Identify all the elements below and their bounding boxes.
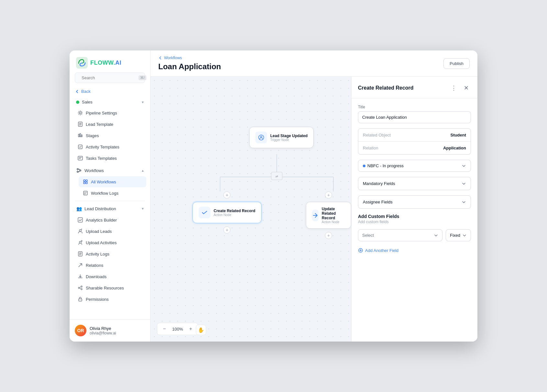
user-email: olivia@floww.ai	[90, 331, 116, 335]
update-node-add-top[interactable]: +	[325, 191, 332, 199]
breadcrumb-back-icon	[158, 56, 162, 60]
sidebar-item-stages[interactable]: Stages	[73, 130, 146, 141]
all-workflows-icon	[83, 179, 88, 185]
sidebar-section-sales: Sales ▾ Pipeline Settings Lead Template	[70, 97, 150, 199]
lead-distribution-icon: 👥	[76, 206, 82, 212]
sidebar-item-relations[interactable]: Relations	[73, 260, 146, 271]
header-left: Workflows Loan Application	[158, 56, 221, 71]
sidebar: FLOWW.AI ⌘/ Back Sales	[70, 50, 151, 342]
lead-distribution-chevron-icon: ▾	[142, 206, 144, 211]
sidebar-item-upload-leads[interactable]: Upload Leads	[73, 226, 146, 237]
sidebar-item-activity-templates[interactable]: Activity Templates	[73, 141, 146, 152]
title-field-label: Title	[358, 105, 471, 109]
zoom-level: 100%	[171, 327, 184, 332]
add-another-field-button[interactable]: Add Another Field	[358, 246, 471, 254]
sidebar-item-upload-activities[interactable]: Upload Activities	[73, 237, 146, 248]
trigger-node-title: Lead Stage Updated	[270, 134, 307, 138]
custom-field-select[interactable]: Select	[358, 229, 442, 241]
create-related-node[interactable]: + Create Related Record Action Node +	[193, 191, 262, 234]
svg-point-29	[261, 136, 262, 138]
trigger-node-box: Lead Stage Updated Trigger Node	[249, 127, 314, 148]
canvas-content: ⇌ Lead Stage Updated Trigger Node	[151, 77, 351, 342]
related-object-label: Related Object	[363, 133, 391, 137]
page-title: Loan Application	[158, 62, 221, 71]
create-node-add-bottom[interactable]: +	[223, 226, 230, 234]
create-related-node-box[interactable]: Create Related Record Action Node	[193, 202, 262, 223]
create-related-node-icon	[199, 207, 210, 218]
activity-templates-icon	[77, 144, 83, 150]
svg-rect-12	[86, 182, 87, 184]
svg-point-20	[81, 289, 82, 290]
assignee-fields-chevron-icon	[462, 200, 466, 204]
panel-body: Title Related Object Student Relation Ap…	[352, 98, 477, 261]
update-node-add-bottom[interactable]: +	[325, 232, 332, 239]
search-input[interactable]	[82, 75, 136, 80]
sidebar-item-tasks-templates[interactable]: Tasks Templates	[73, 153, 146, 164]
fixed-field-select[interactable]: Fixed	[446, 229, 471, 241]
logo-text: FLOWW.AI	[90, 60, 121, 66]
update-related-node-title: Update Related Record	[322, 207, 345, 220]
sidebar-divider	[75, 201, 145, 201]
svg-rect-14	[78, 218, 83, 222]
publish-button[interactable]: Publish	[443, 58, 470, 69]
panel-actions: ⋮ ✕	[449, 83, 471, 93]
title-input[interactable]	[358, 111, 471, 123]
status-dropdown-value: NBFC - In progress	[367, 163, 404, 168]
mandatory-fields-section: Mandatory Fields	[358, 177, 471, 190]
sidebar-item-lead-template[interactable]: Lead Template	[73, 119, 146, 130]
hand-tool-button[interactable]: ✋	[196, 325, 206, 335]
workflow-canvas[interactable]: ⇌ Lead Stage Updated Trigger Node	[151, 77, 351, 342]
create-related-node-title: Create Related Record	[214, 209, 255, 213]
panel-close-button[interactable]: ✕	[461, 83, 471, 93]
related-object-value: Student	[451, 133, 466, 137]
select-placeholder: Select	[362, 233, 374, 238]
svg-rect-11	[84, 182, 85, 184]
zoom-in-button[interactable]: +	[187, 325, 195, 333]
analytics-builder-icon	[77, 217, 83, 223]
mandatory-fields-header[interactable]: Mandatory Fields	[358, 177, 471, 190]
breadcrumb-link[interactable]: Workflows	[164, 56, 182, 60]
workflows-group-header[interactable]: Workflows ▴	[73, 165, 146, 176]
sidebar-item-sharable-resources[interactable]: Sharable Resources	[73, 282, 146, 293]
pipeline-settings-icon	[77, 110, 83, 116]
select-chevron-icon	[434, 233, 438, 238]
update-related-node[interactable]: + Update Related Record Action Node +	[306, 191, 351, 239]
sidebar-item-all-workflows[interactable]: All Workflows	[79, 176, 146, 187]
upload-leads-icon	[77, 228, 83, 234]
panel-title: Create Related Record	[358, 85, 414, 91]
update-related-node-icon	[312, 210, 318, 221]
sidebar-item-permissions[interactable]: Permissions	[73, 294, 146, 305]
custom-fields-row: Select Fixed	[358, 229, 471, 241]
user-name: Olivia Rhye	[90, 326, 116, 331]
lead-template-icon	[77, 121, 83, 127]
zoom-out-button[interactable]: −	[161, 325, 168, 333]
sales-group-header[interactable]: Sales ▾	[73, 97, 146, 107]
main-content: Workflows Loan Application Publish	[151, 50, 477, 342]
panel-more-button[interactable]: ⋮	[449, 83, 459, 93]
svg-point-15	[79, 230, 81, 232]
user-info: Olivia Rhye olivia@floww.ai	[90, 326, 116, 335]
workflow-logs-icon	[83, 190, 88, 196]
lead-distribution-header[interactable]: 👥 Lead Distribution ▾	[73, 203, 146, 214]
update-related-node-subtitle: Action Node	[322, 220, 345, 224]
status-chevron-icon	[462, 164, 466, 168]
relation-value: Application	[443, 146, 466, 150]
sidebar-item-pipeline-settings[interactable]: Pipeline Settings	[73, 107, 146, 118]
svg-point-18	[81, 286, 82, 287]
assignee-fields-section: Assignee Fields	[358, 195, 471, 209]
search-bar[interactable]: ⌘/	[75, 72, 145, 83]
sidebar-item-downloads[interactable]: Downloads	[73, 271, 146, 282]
related-fields-group: Related Object Student Relation Applicat…	[358, 128, 471, 155]
status-dropdown[interactable]: NBFC - In progress	[358, 160, 471, 172]
sidebar-item-workflow-logs[interactable]: Workflow Logs	[79, 188, 146, 199]
sharable-resources-icon	[77, 285, 83, 291]
back-button[interactable]: Back	[70, 87, 150, 97]
sidebar-item-activity-logs[interactable]: Activity Logs	[73, 248, 146, 259]
svg-rect-10	[86, 180, 87, 181]
create-node-add-top[interactable]: +	[223, 191, 230, 199]
assignee-fields-header[interactable]: Assignee Fields	[358, 196, 471, 208]
tasks-templates-icon	[77, 155, 83, 161]
sidebar-item-analytics-builder[interactable]: Analytics Builder	[73, 214, 146, 225]
workflows-chevron-icon: ▴	[142, 168, 144, 173]
activity-logs-icon	[77, 251, 83, 257]
